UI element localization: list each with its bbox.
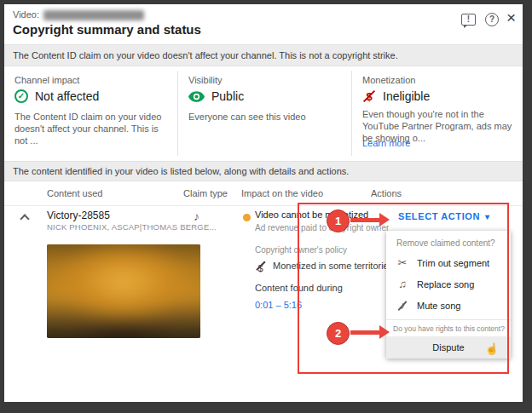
- page-title: Copyright summary and status: [13, 22, 201, 37]
- monetization-value: Ineligible: [383, 89, 430, 103]
- dollar-slash-small-icon: $: [255, 260, 266, 272]
- menu-item-label: Replace song: [417, 279, 474, 290]
- column-content-used: Content used: [47, 188, 102, 198]
- menu-item-label: Trim out segment: [417, 258, 489, 268]
- blurred-video-title: [43, 10, 144, 20]
- timestamp-link[interactable]: 0:01 – 5:16: [255, 300, 302, 310]
- claim-thumbnail: [47, 244, 200, 338]
- scissors-icon: ✂: [396, 256, 408, 269]
- policy-text: Monetized in some territories: [273, 261, 393, 271]
- learn-more-link[interactable]: Learn more: [362, 138, 410, 148]
- select-action-button[interactable]: SELECT ACTION ▾: [398, 211, 490, 221]
- divider: [177, 71, 178, 156]
- annotation-step-2: 2: [327, 322, 350, 345]
- check-circle-icon: ✓: [14, 89, 28, 103]
- visibility-label: Visibility: [188, 75, 223, 85]
- dispute-label: Dispute: [432, 342, 464, 353]
- visibility-desc: Everyone can see this video: [188, 111, 342, 123]
- annotation-step-1: 1: [327, 209, 350, 232]
- list-notice-banner: The content identified in your video is …: [4, 161, 523, 181]
- copyright-dialog: Video: ! ? × Copyright summary and statu…: [4, 4, 523, 402]
- divider: [351, 71, 352, 156]
- content-found-heading: Content found during: [255, 283, 343, 293]
- annotation-arrow-2: [350, 330, 379, 335]
- column-actions: Actions: [371, 188, 402, 198]
- menu-item-dispute[interactable]: Dispute ☝: [386, 336, 511, 359]
- visibility-status: Public: [188, 89, 244, 103]
- action-menu: Remove claimed content? ✂ Trim out segme…: [386, 231, 511, 359]
- rights-heading: Do you have rights to this content?: [386, 323, 511, 336]
- menu-item-trim[interactable]: ✂ Trim out segment: [386, 252, 511, 273]
- channel-impact-label: Channel impact: [14, 75, 79, 85]
- remove-content-heading: Remove claimed content?: [386, 235, 511, 252]
- policy-row: $ Monetized in some territories: [255, 260, 393, 272]
- chevron-up-icon[interactable]: [20, 214, 29, 223]
- status-dot: [243, 214, 251, 221]
- claim-notice-banner: The Content ID claim on your video doesn…: [4, 44, 523, 66]
- replace-song-icon: ♫: [396, 278, 408, 290]
- mute-song-icon: ♪: [396, 299, 408, 312]
- channel-impact-value: Not affected: [35, 89, 99, 103]
- music-note-icon: ♪: [194, 209, 200, 223]
- menu-item-mute[interactable]: ♪ Mute song: [386, 295, 511, 316]
- column-impact: Impact on the video: [241, 188, 323, 198]
- policy-heading: Copyright owner's policy: [255, 245, 347, 255]
- menu-item-label: Mute song: [417, 301, 460, 311]
- video-label: Video:: [13, 9, 39, 20]
- impact-subtitle: Ad revenue paid to copyright owner: [255, 223, 389, 232]
- divider: [4, 205, 523, 206]
- help-icon[interactable]: ?: [485, 13, 499, 26]
- eye-icon: [188, 91, 205, 102]
- select-action-label: SELECT ACTION: [398, 211, 480, 221]
- claim-song-title: Victory-28585: [47, 209, 110, 221]
- divider: [386, 319, 511, 320]
- menu-item-replace[interactable]: ♫ Replace song: [386, 273, 511, 295]
- channel-impact-desc: The Content ID claim on your video doesn…: [14, 111, 171, 146]
- column-claim-type: Claim type: [183, 188, 228, 198]
- chevron-down-icon: ▾: [485, 212, 490, 221]
- channel-impact-status: ✓ Not affected: [14, 89, 99, 103]
- monetization-label: Monetization: [362, 75, 415, 85]
- hand-cursor-icon: ☝: [485, 342, 499, 355]
- claim-artists: NICK PHOENIX, ASCAP|THOMAS BERGE...: [47, 222, 217, 232]
- monetization-status: $ Ineligible: [362, 89, 430, 103]
- visibility-value: Public: [211, 89, 244, 103]
- dollar-slash-icon: $: [362, 89, 376, 103]
- close-icon[interactable]: ×: [506, 9, 516, 27]
- annotation-arrow-1: [350, 218, 379, 222]
- feedback-icon[interactable]: !: [461, 14, 476, 26]
